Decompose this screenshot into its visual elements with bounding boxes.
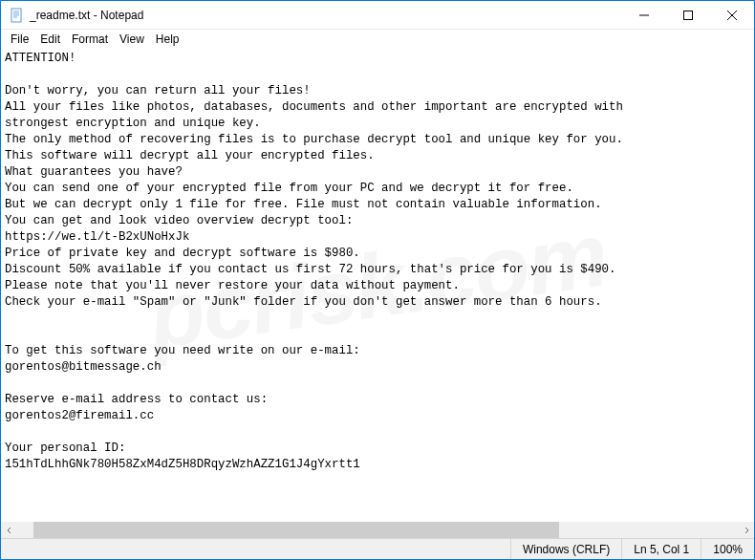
menu-format[interactable]: Format <box>66 32 114 47</box>
text-content[interactable]: ATTENTION! Don't worry, you can return a… <box>1 49 754 475</box>
svg-rect-6 <box>684 11 693 19</box>
menu-edit[interactable]: Edit <box>34 32 66 47</box>
status-encoding: Windows (CRLF) <box>510 539 621 559</box>
scroll-right-button[interactable] <box>738 522 754 538</box>
minimize-button[interactable] <box>622 1 666 29</box>
menu-help[interactable]: Help <box>150 32 185 47</box>
menu-view[interactable]: View <box>114 32 150 47</box>
titlebar: _readme.txt - Notepad <box>1 1 754 30</box>
menubar: File Edit Format View Help <box>1 30 754 49</box>
statusbar: Windows (CRLF) Ln 5, Col 1 100% <box>1 538 754 559</box>
maximize-button[interactable] <box>666 1 710 29</box>
scrollbar-track[interactable] <box>17 522 738 538</box>
window-title: _readme.txt - Notepad <box>30 9 622 22</box>
text-area[interactable]: pcrisk.com ATTENTION! Don't worry, you c… <box>1 49 754 522</box>
scroll-left-button[interactable] <box>1 522 17 538</box>
horizontal-scrollbar[interactable] <box>1 522 754 538</box>
close-button[interactable] <box>710 1 754 29</box>
notepad-icon <box>9 8 24 23</box>
menu-file[interactable]: File <box>5 32 34 47</box>
status-zoom: 100% <box>701 539 754 559</box>
scrollbar-thumb[interactable] <box>33 522 559 538</box>
status-position: Ln 5, Col 1 <box>621 539 701 559</box>
window-controls <box>622 1 754 29</box>
